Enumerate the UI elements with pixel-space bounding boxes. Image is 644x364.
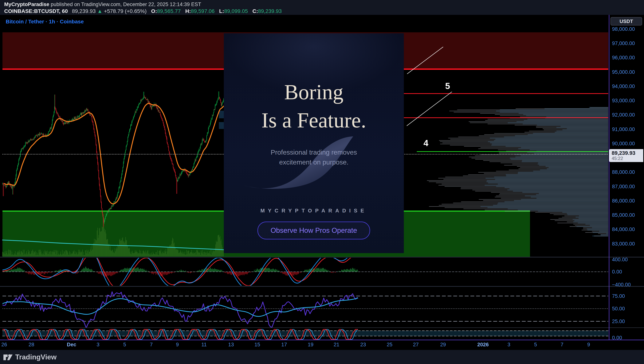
price-tick: 98,000.00: [612, 26, 635, 32]
high-label: H:: [185, 8, 191, 14]
price-tick: 96,000.00: [612, 55, 635, 61]
high-value: 89,597.06: [191, 8, 215, 14]
rsi-tick: 75.00: [612, 293, 625, 299]
time-tick: 5: [123, 342, 126, 348]
open-value: 89,565.77: [157, 8, 181, 14]
time-tick: 7: [560, 342, 563, 348]
time-tick: 26: [1, 342, 7, 348]
price-tick: 88,000.00: [612, 169, 635, 175]
time-tick: 3: [507, 342, 510, 348]
time-tick: 17: [281, 342, 287, 348]
current-price-label: 89,239.93 45:22: [609, 149, 643, 162]
rsi-tick: 25.00: [612, 318, 625, 324]
close-value: 89,239.93: [258, 8, 282, 14]
promo-card: Boring Is a Feature. Professional tradin…: [224, 33, 404, 253]
promo-card-title: Boring Is a Feature.: [224, 78, 404, 134]
price-tick: 85,000.00: [612, 212, 635, 218]
time-tick: 25: [387, 342, 392, 348]
low-value: 89,099.05: [224, 8, 248, 14]
price-tick: 93,000.00: [612, 98, 635, 104]
time-tick: 3: [97, 342, 99, 348]
time-tick: 29: [440, 342, 446, 348]
price-tick: 94,000.00: [612, 84, 635, 90]
time-tick: 7: [150, 342, 153, 348]
wave-count-label-4[interactable]: 4: [423, 138, 428, 148]
time-tick: 21: [334, 342, 339, 348]
tradingview-footer: TradingView: [3, 353, 57, 361]
time-tick: 13: [228, 342, 234, 348]
time-tick: 9: [587, 342, 590, 348]
wave-graphic: [234, 126, 358, 195]
byline: MyCryptoParadise published on TradingVie…: [4, 1, 201, 8]
price-tick: 87,000.00: [612, 184, 635, 190]
up-arrow-icon: ▲: [97, 8, 103, 14]
currency-toggle-button[interactable]: USDT: [610, 17, 642, 26]
time-tick: 11: [201, 342, 207, 348]
promo-card-brand: MYCRYPTOPARADISE: [224, 208, 404, 214]
time-tick: 2026: [477, 342, 489, 348]
time-tick: 23: [360, 342, 366, 348]
time-tick: 15: [254, 342, 260, 348]
time-tick: 19: [308, 342, 313, 348]
tradingview-logo-text[interactable]: TradingView: [15, 353, 57, 361]
time-tick: 9: [176, 342, 179, 348]
price-tick: 84,000.00: [612, 226, 635, 232]
price-tick: 83,000.00: [612, 241, 635, 247]
symbol-ohlc-row: COINBASE:BTCUSDT, 60 89,239.93 ▲ +578.79…: [4, 8, 282, 14]
price-tick: 91,000.00: [612, 126, 635, 132]
time-tick: 28: [29, 342, 34, 348]
price-tick: 95,000.00: [612, 69, 635, 75]
tradingview-screenshot: MyCryptoParadise published on TradingVie…: [0, 0, 644, 364]
time-tick: 27: [413, 342, 419, 348]
symbol-label[interactable]: COINBASE:BTCUSDT, 60: [4, 8, 68, 14]
low-label: L:: [219, 8, 224, 14]
open-label: O:: [151, 8, 157, 14]
time-tick: Dec: [67, 342, 76, 348]
current-price-value: 89,239.93: [612, 150, 641, 156]
last-price: 89,239.93: [72, 8, 96, 14]
wave-count-label-5[interactable]: 5: [445, 81, 450, 91]
price-tick: 92,000.00: [612, 112, 635, 118]
byline-rest: published on TradingView.com, December 2…: [49, 2, 201, 7]
bar-countdown: 45:22: [612, 156, 641, 161]
price-change: +578.79 (+0.65%): [104, 8, 147, 14]
chart-symbol-title[interactable]: Bitcoin / Tether · 1h · Coinbase: [6, 19, 84, 25]
rsi-tick: 50.00: [612, 306, 625, 312]
oscillator-tick: −400.00: [612, 282, 631, 288]
stoch-tick: 0.00: [612, 335, 622, 341]
price-tick: 90,000.00: [612, 141, 635, 147]
time-tick: 5: [534, 342, 537, 348]
byline-author: MyCryptoParadise: [4, 2, 49, 7]
promo-card-cta-button[interactable]: Observe How Pros Operate: [258, 222, 370, 240]
close-label: C:: [252, 8, 258, 14]
oscillator-tick: 400.00: [612, 257, 628, 263]
price-tick: 86,000.00: [612, 198, 635, 204]
price-tick: 97,000.00: [612, 40, 635, 46]
tradingview-logo-icon[interactable]: [3, 353, 13, 361]
oscillator-tick: 0.00: [612, 269, 622, 275]
